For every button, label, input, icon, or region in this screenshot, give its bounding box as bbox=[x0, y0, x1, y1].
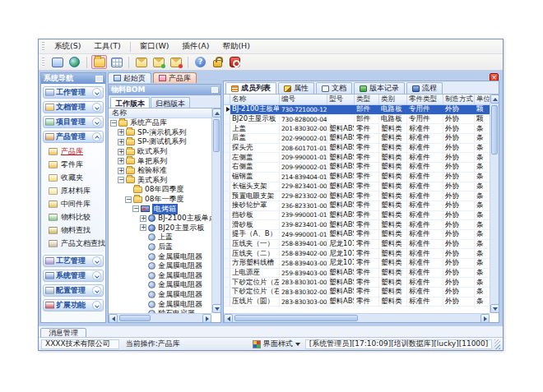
grid-button[interactable] bbox=[109, 55, 124, 69]
sidebar-item-3[interactable]: 收藏夹 bbox=[43, 171, 104, 184]
scroll-right-button[interactable] bbox=[202, 314, 211, 323]
chevron-down-icon[interactable] bbox=[92, 271, 101, 280]
menu-item-4[interactable]: 插件(A) bbox=[175, 39, 216, 53]
monitor-button[interactable] bbox=[49, 55, 65, 69]
tree-node[interactable]: −美式系列 bbox=[109, 176, 211, 186]
tree-node[interactable]: +单把系列 bbox=[109, 156, 211, 166]
sidebar-panel-7[interactable]: 配置管理 bbox=[43, 284, 104, 297]
sidebar-item-7[interactable]: 物料查找 bbox=[43, 224, 104, 237]
table-row[interactable]: 后盖202-990002-01E塑料ABS零件塑料类标准件外协条 bbox=[224, 134, 490, 144]
chevron-down-icon[interactable] bbox=[92, 103, 101, 112]
tree-node[interactable]: −08年一季度 bbox=[109, 195, 211, 205]
table-row[interactable]: 长锯头支架229-823401-00E塑料ABS零件塑料类标准件外协条 bbox=[224, 182, 490, 192]
tree-node[interactable]: 金属膜电阻器 bbox=[109, 251, 211, 261]
tree-horizontal-scrollbar[interactable] bbox=[109, 313, 211, 322]
version-tab-1[interactable]: 工作版本 bbox=[110, 97, 150, 108]
tree-node[interactable]: 金属膜电阻器 bbox=[109, 290, 211, 300]
sidebar-item-4[interactable]: 原材料库 bbox=[43, 184, 104, 197]
sidebar-item-8[interactable]: 产品文档查找 bbox=[43, 237, 104, 250]
table-row[interactable]: 滑砂板239-823401-00E塑料ABS零件塑料类标准件外协条 bbox=[224, 220, 490, 230]
table-horizontal-scrollbar[interactable] bbox=[224, 313, 490, 322]
table-row[interactable]: 上盖201-830302-00E塑料ABS零件塑料类标准件外协条 bbox=[224, 124, 490, 134]
tree-node[interactable]: −电烤箱 bbox=[109, 204, 211, 214]
table-row[interactable]: 下砂定位片（右）283-830302-00E塑料ABS零件塑料类标准件外协条 bbox=[224, 288, 490, 297]
tree-node[interactable]: +检验标准 bbox=[109, 166, 211, 176]
table-row[interactable]: 上电源座259-839403-00E塑料ABS零件塑料类标准件外协条 bbox=[224, 269, 490, 279]
detail-tab-2[interactable]: 属性 bbox=[278, 82, 314, 94]
expand-icon[interactable]: + bbox=[118, 168, 124, 174]
sidebar-panel-5[interactable]: 工艺管理 bbox=[43, 255, 104, 267]
tree-node[interactable]: 上盖 bbox=[109, 233, 211, 242]
tree-node[interactable]: 后盖 bbox=[109, 242, 211, 252]
scroll-right-button[interactable] bbox=[480, 314, 490, 323]
sidebar-panel-2[interactable]: 文档管理 bbox=[43, 101, 104, 113]
version-tab-2[interactable]: 归档版本 bbox=[151, 97, 190, 108]
column-header-3[interactable]: 型号 bbox=[327, 95, 355, 104]
table-row[interactable]: 接砂轮护罩236-823301-00E塑料ABS零件塑料类标准件外协条 bbox=[224, 201, 490, 211]
column-header-8[interactable]: 单位 bbox=[475, 95, 490, 104]
tree-node[interactable]: +欧式系列 bbox=[109, 147, 211, 157]
exit-button[interactable] bbox=[227, 55, 243, 69]
tree-vertical-scrollbar[interactable] bbox=[211, 108, 220, 313]
table-row[interactable]: 方形塑料线槽258-839403-00E尼龙1010零件塑料类标准件外协条 bbox=[224, 259, 490, 269]
scroll-left-button[interactable] bbox=[109, 314, 118, 323]
scroll-thumb[interactable] bbox=[213, 119, 220, 152]
resize-grip[interactable] bbox=[494, 339, 500, 349]
scroll-thumb[interactable] bbox=[234, 315, 358, 321]
tree-node[interactable]: 金属膜电阻器 bbox=[109, 280, 211, 290]
tree-node[interactable]: 金属膜电阻器 bbox=[109, 271, 211, 281]
table-row[interactable]: 左侧盖209-990001-01E塑料ABS零件塑料类标准件外协条 bbox=[224, 153, 490, 163]
sidebar-panel-3[interactable]: 项目管理 bbox=[43, 116, 104, 128]
column-header-7[interactable]: 制造方式 bbox=[443, 95, 475, 104]
table-row[interactable]: 压线夹（一）258-839401-00E尼龙1010零件塑料类标准件外协条 bbox=[224, 240, 490, 250]
tree-node[interactable]: 金属膜电阻器 bbox=[109, 299, 211, 309]
scroll-up-button[interactable] bbox=[490, 95, 499, 104]
tree-node[interactable]: +BJ20主显示板 bbox=[109, 224, 211, 233]
column-header-5[interactable]: 类别 bbox=[379, 95, 407, 104]
scroll-thumb[interactable] bbox=[119, 315, 151, 321]
chevron-up-icon[interactable] bbox=[92, 132, 101, 141]
tree-node[interactable]: 金属膜电阻器 bbox=[109, 261, 211, 271]
menu-item-2[interactable]: 工具(T) bbox=[87, 39, 127, 53]
table-row[interactable]: 下砂定位片（左）283-830301-00E塑料ABS零件塑料类标准件外协条 bbox=[224, 278, 490, 288]
folder-button[interactable] bbox=[91, 55, 107, 69]
expand-icon[interactable]: + bbox=[140, 224, 146, 231]
menu-item-3[interactable]: 窗口(W) bbox=[133, 39, 176, 53]
globe-button[interactable] bbox=[67, 55, 82, 69]
table-row[interactable]: 右侧盖209-990002-01E塑料ABS零件塑料类标准件外协条 bbox=[224, 163, 490, 173]
drag-grip[interactable] bbox=[42, 42, 44, 51]
expand-icon[interactable]: + bbox=[118, 158, 124, 164]
document-tab-2[interactable]: 产品库 bbox=[153, 72, 197, 83]
pushpin-icon[interactable] bbox=[211, 87, 218, 93]
scroll-down-button[interactable] bbox=[490, 304, 499, 313]
column-header-4[interactable]: 类型 bbox=[355, 95, 379, 104]
document-tab-1[interactable]: 起始页 bbox=[108, 72, 151, 83]
chevron-down-icon[interactable] bbox=[92, 286, 101, 295]
table-row[interactable]: BJ20主显示板730-828000-04E部件电路板专用件外协颗 bbox=[224, 115, 490, 125]
tree-column-header[interactable]: 名称 bbox=[109, 108, 211, 118]
ui-style-button[interactable]: 界面样式 bbox=[250, 339, 303, 349]
mail-send-button[interactable] bbox=[151, 55, 166, 69]
collapse-icon[interactable]: − bbox=[125, 196, 132, 203]
scroll-up-button[interactable] bbox=[212, 108, 221, 118]
lock-button[interactable] bbox=[210, 55, 225, 69]
chevron-down-icon[interactable] bbox=[92, 301, 101, 310]
tree-node[interactable]: +SP-测试机系列 bbox=[109, 137, 211, 147]
chevron-down-icon[interactable] bbox=[92, 256, 101, 265]
collapse-navigator-icon[interactable] bbox=[95, 76, 103, 82]
mail-button[interactable] bbox=[133, 55, 149, 69]
drag-grip[interactable] bbox=[42, 58, 44, 67]
tree-node[interactable]: 08年四季度 bbox=[109, 185, 211, 195]
chevron-down-icon[interactable] bbox=[92, 118, 101, 127]
sidebar-panel-6[interactable]: 系统管理 bbox=[43, 270, 104, 282]
table-row[interactable]: 锯钢盖214-839404-01E塑料ABS零件塑料类标准件外协条 bbox=[224, 173, 490, 182]
collapse-icon[interactable]: − bbox=[110, 120, 117, 127]
table-row[interactable]: 压线夹（二）258-839402-00E尼龙1010零件塑料类标准件外协条 bbox=[224, 249, 490, 259]
table-row[interactable]: 压线片（圆）283-830303-00E塑料ABS零件塑料类标准件外协条 bbox=[224, 297, 490, 307]
expand-icon[interactable]: + bbox=[118, 129, 124, 136]
table-vertical-scrollbar[interactable] bbox=[490, 95, 499, 313]
chevron-down-icon[interactable] bbox=[92, 88, 101, 97]
column-header-1[interactable]: 名称 bbox=[230, 95, 280, 104]
expand-icon[interactable]: + bbox=[118, 139, 124, 145]
expand-icon[interactable]: + bbox=[118, 149, 124, 155]
